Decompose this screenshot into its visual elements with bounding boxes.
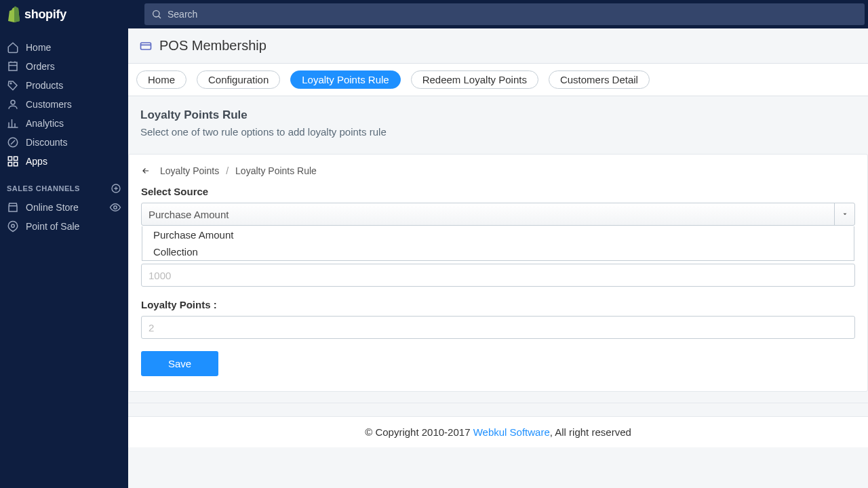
content-card: Loyalty Points / Loyalty Points Rule Sel…: [128, 154, 868, 392]
tab-loyalty-points-rule[interactable]: Loyalty Points Rule: [290, 70, 400, 89]
footer-link-webkul[interactable]: Webkul Software: [473, 426, 550, 438]
svg-line-1: [159, 16, 161, 18]
sidebar-item-point-of-sale[interactable]: Point of Sale: [0, 217, 128, 236]
app-header: shopify: [0, 0, 868, 28]
footer-suffix: , All right reserved: [550, 426, 631, 438]
breadcrumb: Loyalty Points / Loyalty Points Rule: [141, 165, 855, 176]
online-store-icon: [7, 201, 19, 214]
footer-band: [128, 403, 868, 416]
sidebar-item-analytics[interactable]: Analytics: [0, 114, 128, 133]
back-arrow-icon[interactable]: [141, 166, 151, 176]
footer: © Copyright 2010-2017 Webkul Software, A…: [128, 416, 868, 447]
sidebar-section-sales-channels: SALES CHANNELS: [0, 171, 128, 198]
breadcrumb-separator: /: [226, 165, 229, 176]
sidebar: Home Orders Products Customers Analytics…: [0, 28, 128, 488]
save-button[interactable]: Save: [141, 351, 218, 376]
select-source-dropdown: Purchase Amount Collection: [142, 226, 854, 261]
membership-card-icon: [139, 39, 153, 53]
select-caret[interactable]: [834, 203, 854, 225]
sidebar-item-label: Apps: [26, 156, 47, 167]
products-icon: [7, 79, 19, 92]
svg-rect-8: [14, 163, 18, 166]
search-input[interactable]: [167, 9, 858, 20]
svg-point-10: [114, 206, 117, 209]
svg-rect-6: [14, 157, 18, 160]
page-header: POS Membership: [128, 28, 868, 63]
search-wrap: [128, 0, 868, 28]
footer-copyright: © Copyright 2010-2017: [365, 426, 473, 438]
sidebar-item-online-store[interactable]: Online Store: [0, 198, 128, 217]
svg-rect-7: [8, 163, 12, 166]
tab-configuration[interactable]: Configuration: [197, 70, 280, 89]
logo: shopify: [0, 0, 128, 28]
svg-point-3: [11, 100, 15, 104]
search-bar[interactable]: [144, 3, 865, 25]
breadcrumb-current: Loyalty Points Rule: [235, 165, 317, 176]
svg-point-0: [153, 11, 159, 17]
orders-icon: [7, 60, 19, 73]
loyalty-points-label: Loyalty Points :: [141, 299, 855, 310]
sidebar-item-discounts[interactable]: Discounts: [0, 133, 128, 152]
search-icon: [151, 9, 162, 20]
brand-name: shopify: [24, 7, 66, 22]
option-collection[interactable]: Collection: [142, 243, 854, 260]
select-source-value: Purchase Amount: [142, 203, 834, 225]
field-loyalty-points: Loyalty Points :: [141, 299, 855, 339]
analytics-icon: [7, 117, 19, 129]
svg-point-11: [12, 224, 15, 228]
breadcrumb-link-loyalty-points[interactable]: Loyalty Points: [160, 165, 219, 176]
option-purchase-amount[interactable]: Purchase Amount: [142, 226, 854, 243]
eye-icon[interactable]: [109, 201, 121, 214]
svg-rect-5: [8, 157, 12, 160]
sidebar-item-label: Discounts: [26, 137, 67, 148]
tab-home[interactable]: Home: [136, 70, 186, 89]
tab-customers-detail[interactable]: Customers Detail: [549, 70, 650, 89]
svg-rect-12: [141, 43, 151, 49]
select-source[interactable]: Purchase Amount Purchase Amount Collecti…: [141, 203, 855, 226]
select-source-label: Select Source: [141, 186, 855, 197]
sidebar-item-label: Point of Sale: [26, 221, 79, 232]
home-icon: [7, 41, 19, 54]
field-purchase-amount: [141, 264, 855, 287]
sidebar-item-apps[interactable]: Apps: [0, 152, 128, 171]
section-intro: Loyalty Points Rule Select one of two ru…: [128, 96, 868, 151]
add-channel-icon[interactable]: [111, 183, 121, 194]
section-title: SALES CHANNELS: [7, 184, 80, 192]
tab-redeem-loyalty-points[interactable]: Redeem Loyalty Points: [411, 70, 538, 89]
sidebar-item-label: Online Store: [26, 202, 79, 213]
customers-icon: [7, 98, 19, 110]
shopify-logo-icon: [7, 6, 22, 22]
main: POS Membership Home Configuration Loyalt…: [128, 28, 868, 488]
field-select-source: Select Source Purchase Amount Purchase A…: [141, 186, 855, 226]
svg-point-2: [10, 83, 12, 84]
section-heading: Loyalty Points Rule: [140, 108, 856, 122]
sidebar-item-label: Customers: [26, 99, 72, 110]
sidebar-item-label: Analytics: [26, 118, 64, 129]
sidebar-item-label: Home: [26, 42, 51, 53]
discounts-icon: [7, 136, 19, 148]
sidebar-item-home[interactable]: Home: [0, 38, 128, 57]
sidebar-item-customers[interactable]: Customers: [0, 95, 128, 114]
section-subtext: Select one of two rule options to add lo…: [140, 126, 856, 138]
sidebar-item-products[interactable]: Products: [0, 76, 128, 95]
sidebar-item-label: Products: [26, 80, 63, 91]
page-title: POS Membership: [159, 38, 267, 54]
sidebar-item-orders[interactable]: Orders: [0, 57, 128, 76]
sidebar-item-label: Orders: [26, 61, 55, 72]
apps-icon: [7, 155, 19, 167]
loyalty-points-input[interactable]: [141, 316, 855, 339]
pos-icon: [7, 220, 19, 232]
tabs-bar: Home Configuration Loyalty Points Rule R…: [128, 63, 868, 96]
purchase-amount-input[interactable]: [141, 264, 855, 287]
caret-down-icon: [842, 211, 848, 218]
